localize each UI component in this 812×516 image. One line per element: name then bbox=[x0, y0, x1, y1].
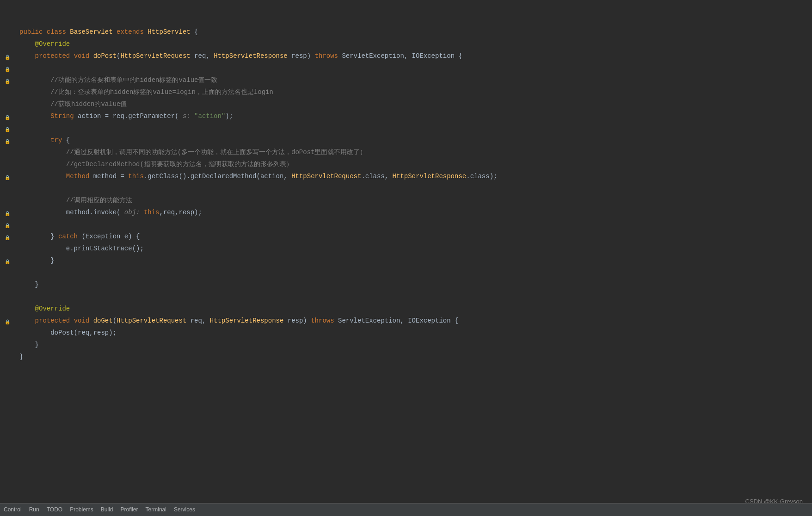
bottom-bar-item-services[interactable]: Services bbox=[174, 505, 195, 514]
gutter-row: 🔒 bbox=[0, 220, 15, 232]
gutter-row: 🔒 bbox=[0, 112, 15, 124]
code-line: } bbox=[19, 351, 812, 363]
gutter-row bbox=[0, 148, 15, 160]
code-line bbox=[19, 62, 812, 74]
bottom-bar: ControlRunTODOProblemsBuildProfilerTermi… bbox=[0, 503, 812, 516]
code-line: //通过反射机制，调用不同的功能方法(多一个功能，就在上面多写一个方法，doPo… bbox=[19, 146, 812, 158]
code-line: protected void doGet(HttpServletRequest … bbox=[19, 315, 812, 327]
gutter-row bbox=[0, 4, 15, 16]
code-line: @Override bbox=[19, 303, 812, 315]
code-line: //getDeclaredMethod(指明要获取的方法名，指明获取的方法的形参… bbox=[19, 158, 812, 170]
bottom-bar-item-build[interactable]: Build bbox=[101, 505, 113, 514]
gutter-row bbox=[0, 196, 15, 208]
gutter-row bbox=[0, 100, 15, 112]
code-line bbox=[19, 122, 812, 134]
code-line: } bbox=[19, 279, 812, 291]
code-line: //获取hidden的value值 bbox=[19, 98, 812, 110]
gutter-row bbox=[0, 280, 15, 292]
bottom-bar-item-profiler[interactable]: Profiler bbox=[121, 505, 138, 514]
gutter-row: 🔒 bbox=[0, 317, 15, 329]
code-line: //调用相应的功能方法 bbox=[19, 194, 812, 206]
code-line bbox=[19, 267, 812, 279]
bottom-bar-item-run[interactable]: Run bbox=[29, 505, 39, 514]
code-line bbox=[19, 291, 812, 303]
gutter-row bbox=[0, 160, 15, 172]
code-line: try { bbox=[19, 134, 812, 146]
gutter-row: 🔒 bbox=[0, 172, 15, 184]
bottom-bar-item-control[interactable]: Control bbox=[4, 505, 22, 514]
gutter-row bbox=[0, 329, 15, 341]
gutter-row: 🔒 bbox=[0, 208, 15, 220]
gutter-row: 🔒 bbox=[0, 256, 15, 268]
code-line: //功能的方法名要和表单中的hidden标签的value值一致 bbox=[19, 74, 812, 86]
gutter-row bbox=[0, 184, 15, 196]
gutter-row bbox=[0, 16, 15, 28]
bottom-bar-item-problems[interactable]: Problems bbox=[70, 505, 93, 514]
code-content[interactable]: public class BaseServlet extends HttpSer… bbox=[15, 0, 812, 367]
bottom-bar-item-terminal[interactable]: Terminal bbox=[146, 505, 166, 514]
gutter-row bbox=[0, 292, 15, 305]
code-line bbox=[19, 182, 812, 194]
code-line: doPost(req,resp); bbox=[19, 327, 812, 339]
gutter-row: 🔒 bbox=[0, 136, 15, 148]
code-line: protected void doPost(HttpServletRequest… bbox=[19, 50, 812, 62]
code-editor: 🔒🔒🔒🔒🔒🔒🔒🔒🔒🔒🔒🔒 public class BaseServlet ex… bbox=[0, 0, 812, 367]
gutter-row bbox=[0, 244, 15, 256]
gutter-row bbox=[0, 28, 15, 40]
gutter-row: 🔒 bbox=[0, 64, 15, 76]
code-line: public class BaseServlet extends HttpSer… bbox=[19, 26, 812, 38]
code-line: Method method = this.getClass().getDecla… bbox=[19, 170, 812, 182]
gutter-row bbox=[0, 305, 15, 317]
code-line: //比如：登录表单的hidden标签的value=login，上面的方法名也是l… bbox=[19, 86, 812, 98]
gutter-row bbox=[0, 88, 15, 100]
code-line: } bbox=[19, 255, 812, 267]
gutter-row: 🔒 bbox=[0, 52, 15, 64]
code-line: e.printStackTrace(); bbox=[19, 242, 812, 255]
gutter-row: 🔒 bbox=[0, 124, 15, 136]
code-line bbox=[19, 218, 812, 230]
gutter: 🔒🔒🔒🔒🔒🔒🔒🔒🔒🔒🔒🔒 bbox=[0, 0, 15, 367]
code-line: } catch (Exception e) { bbox=[19, 230, 812, 242]
gutter-row: 🔒 bbox=[0, 232, 15, 244]
gutter-row: 🔒 bbox=[0, 76, 15, 88]
code-line: method.invoke( obj: this,req,resp); bbox=[19, 206, 812, 218]
code-line: } bbox=[19, 339, 812, 351]
gutter-row bbox=[0, 40, 15, 52]
bottom-bar-item-todo[interactable]: TODO bbox=[47, 505, 62, 514]
code-line: @Override bbox=[19, 38, 812, 50]
gutter-row bbox=[0, 268, 15, 280]
code-line: String action = req.getParameter( s: "ac… bbox=[19, 110, 812, 122]
